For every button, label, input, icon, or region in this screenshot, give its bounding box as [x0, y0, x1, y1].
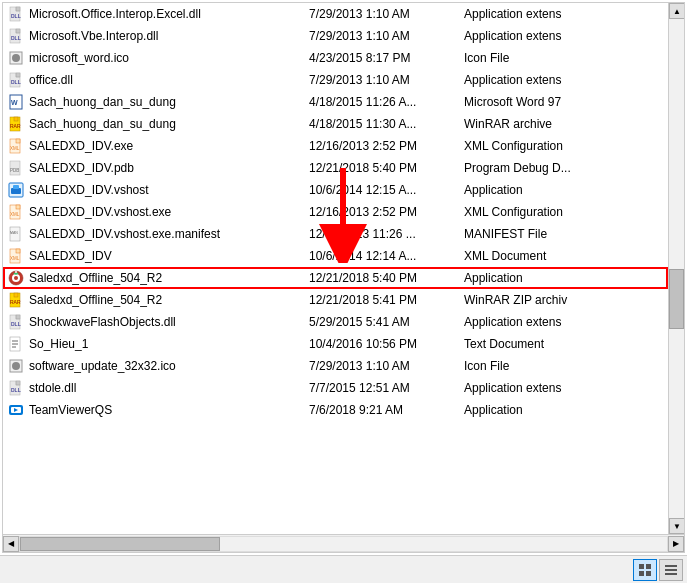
svg-rect-29 — [13, 185, 19, 189]
bottom-toolbar — [0, 555, 687, 583]
txt-icon — [7, 335, 25, 353]
file-date: 4/18/2015 11:30 A... — [309, 117, 464, 131]
table-row[interactable]: PDBSALEDXD_IDV.pdb12/21/2018 5:40 PMProg… — [3, 157, 668, 179]
file-name: Microsoft.Vbe.Interop.dll — [29, 29, 309, 43]
file-name: SALEDXD_IDV.pdb — [29, 161, 309, 175]
file-type: WinRAR ZIP archiv — [464, 293, 664, 307]
file-date: 10/6/2014 12:14 A... — [309, 249, 464, 263]
table-row[interactable]: TeamViewerQS7/6/2018 9:21 AMApplication — [3, 399, 668, 421]
grid-view-button[interactable] — [633, 559, 657, 581]
table-row[interactable]: WSach_huong_dan_su_dung4/18/2015 11:26 A… — [3, 91, 668, 113]
file-type: Text Document — [464, 337, 664, 351]
table-row[interactable]: RARSaledxd_Offline_504_R212/21/2018 5:41… — [3, 289, 668, 311]
dll-icon: DLL — [7, 5, 25, 23]
file-type: Application extens — [464, 7, 664, 21]
scroll-right-button[interactable]: ▶ — [668, 536, 684, 552]
table-row[interactable]: XMLSALEDXD_IDV.vshost.exe12/16/2013 2:52… — [3, 201, 668, 223]
table-row[interactable]: MANSALEDXD_IDV.vshost.exe.manifest12/16/… — [3, 223, 668, 245]
file-date: 4/18/2015 11:26 A... — [309, 95, 464, 109]
table-row[interactable]: XMLSALEDXD_IDV10/6/2014 12:14 A...XML Do… — [3, 245, 668, 267]
svg-text:W: W — [11, 99, 18, 106]
table-row[interactable]: microsoft_word.ico4/23/2015 8:17 PMIcon … — [3, 47, 668, 69]
svg-rect-69 — [665, 569, 677, 571]
table-row[interactable]: DLLMicrosoft.Vbe.Interop.dll7/29/2013 1:… — [3, 25, 668, 47]
file-date: 4/23/2015 8:17 PM — [309, 51, 464, 65]
file-type: MANIFEST File — [464, 227, 664, 241]
table-row[interactable]: software_update_32x32.ico7/29/2013 1:10 … — [3, 355, 668, 377]
file-type: Application extens — [464, 315, 664, 329]
file-type: Icon File — [464, 51, 664, 65]
svg-text:MAN: MAN — [10, 231, 18, 235]
file-name: SALEDXD_IDV — [29, 249, 309, 263]
file-name: microsoft_word.ico — [29, 51, 309, 65]
svg-rect-57 — [16, 381, 20, 385]
app-icon — [7, 181, 25, 199]
scrollbar-thumb[interactable] — [669, 269, 684, 329]
file-type: WinRAR archive — [464, 117, 664, 131]
svg-text:XML: XML — [10, 212, 20, 217]
table-row[interactable]: RARSach_huong_dan_su_dung4/18/2015 11:30… — [3, 113, 668, 135]
ico-icon — [7, 49, 25, 67]
svg-point-40 — [14, 276, 18, 280]
list-view-button[interactable] — [659, 559, 683, 581]
svg-text:RAR: RAR — [10, 299, 21, 305]
file-explorer-container: DLLMicrosoft.Office.Interop.Excel.dll7/2… — [2, 2, 685, 553]
svg-text:XML: XML — [10, 146, 20, 151]
svg-rect-31 — [16, 205, 20, 209]
scroll-down-button[interactable]: ▼ — [669, 518, 684, 534]
table-row[interactable]: Saledxd_Offline_504_R212/21/2018 5:40 PM… — [3, 267, 668, 289]
dll-icon: DLL — [7, 379, 25, 397]
file-date: 7/7/2015 12:51 AM — [309, 381, 464, 395]
file-type: Application — [464, 183, 664, 197]
svg-rect-36 — [16, 249, 20, 253]
scroll-up-button[interactable]: ▲ — [669, 3, 684, 19]
file-name: SALEDXD_IDV.vshost.exe.manifest — [29, 227, 309, 241]
table-row[interactable]: DLLShockwaveFlashObjects.dll5/29/2015 5:… — [3, 311, 668, 333]
dll-icon: DLL — [7, 313, 25, 331]
file-name: Sach_huong_dan_su_dung — [29, 117, 309, 131]
svg-rect-66 — [639, 571, 644, 576]
scroll-left-button[interactable]: ◀ — [3, 536, 19, 552]
svg-rect-23 — [16, 139, 20, 143]
h-scrollbar-thumb[interactable] — [20, 537, 220, 551]
svg-text:PDB: PDB — [10, 168, 19, 173]
table-row[interactable]: So_Hieu_110/4/2016 10:56 PMText Document — [3, 333, 668, 355]
h-scrollbar-track[interactable] — [19, 536, 668, 552]
table-row[interactable]: SALEDXD_IDV.vshost10/6/2014 12:15 A...Ap… — [3, 179, 668, 201]
table-row[interactable]: DLLstdole.dll7/7/2015 12:51 AMApplicatio… — [3, 377, 668, 399]
file-date: 7/29/2013 1:10 AM — [309, 359, 464, 373]
svg-rect-13 — [16, 73, 20, 77]
horizontal-scrollbar[interactable]: ◀ ▶ — [3, 534, 684, 552]
file-name: stdole.dll — [29, 381, 309, 395]
file-date: 10/4/2016 10:56 PM — [309, 337, 464, 351]
svg-rect-20 — [14, 117, 18, 121]
file-type: Program Debug D... — [464, 161, 664, 175]
xml-icon: XML — [7, 137, 25, 155]
file-date: 12/21/2018 5:41 PM — [309, 293, 464, 307]
file-type: Application — [464, 271, 664, 285]
table-row[interactable]: DLLoffice.dll7/29/2013 1:10 AMApplicatio… — [3, 69, 668, 91]
file-date: 7/6/2018 9:21 AM — [309, 403, 464, 417]
vertical-scrollbar[interactable]: ▲ ▼ — [668, 3, 684, 534]
svg-rect-67 — [646, 571, 651, 576]
svg-text:DLL: DLL — [11, 387, 21, 393]
dll-icon: DLL — [7, 27, 25, 45]
file-date: 12/16/2013 2:52 PM — [309, 139, 464, 153]
file-list[interactable]: DLLMicrosoft.Office.Interop.Excel.dll7/2… — [3, 3, 668, 534]
rar-icon: RAR — [7, 291, 25, 309]
svg-rect-68 — [665, 565, 677, 567]
file-date: 12/21/2018 5:40 PM — [309, 271, 464, 285]
file-type: Application extens — [464, 381, 664, 395]
manifest-icon: MAN — [7, 225, 25, 243]
doc-icon: W — [7, 93, 25, 111]
dll-icon: DLL — [7, 71, 25, 89]
file-date: 5/29/2015 5:41 AM — [309, 315, 464, 329]
table-row[interactable]: DLLMicrosoft.Office.Interop.Excel.dll7/2… — [3, 3, 668, 25]
svg-text:DLL: DLL — [11, 13, 21, 19]
file-name: TeamViewerQS — [29, 403, 309, 417]
file-date: 12/16/2013 11:26 ... — [309, 227, 464, 241]
file-type: XML Configuration — [464, 139, 664, 153]
rar-icon: RAR — [7, 115, 25, 133]
table-row[interactable]: XMLSALEDXD_IDV.exe12/16/2013 2:52 PMXML … — [3, 135, 668, 157]
scrollbar-track[interactable] — [669, 19, 684, 518]
